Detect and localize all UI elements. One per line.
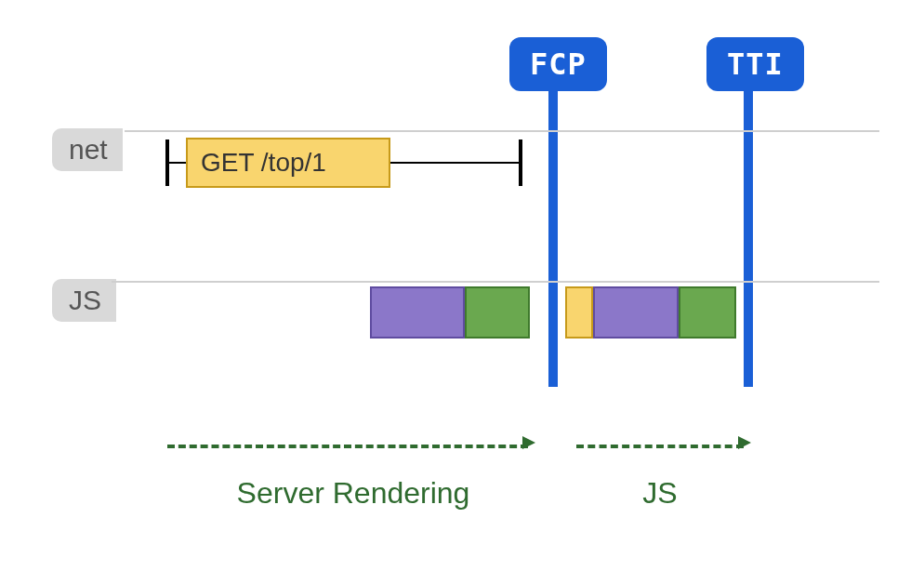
net-request-label: GET /top/1 — [201, 148, 326, 178]
phase-arrowhead-server — [522, 436, 535, 449]
net-wait-end-line — [390, 162, 521, 164]
row-label-js: JS — [52, 279, 116, 322]
js-block-green-2 — [679, 286, 736, 339]
js-block-purple-1 — [370, 286, 465, 339]
js-block-green-1 — [465, 286, 530, 339]
row-label-net: net — [52, 128, 123, 171]
rendering-timeline-diagram: FCP TTI net GET /top/1 JS Server Renderi… — [0, 0, 924, 571]
net-request-bar: GET /top/1 — [186, 138, 390, 188]
js-block-purple-2 — [593, 286, 679, 339]
phase-label-js: JS — [632, 476, 688, 511]
js-block-yellow — [565, 286, 593, 339]
tti-badge: TTI — [706, 37, 804, 91]
net-wait-end-cap — [519, 139, 522, 186]
fcp-badge: FCP — [509, 37, 607, 91]
net-wait-start-line — [165, 162, 188, 164]
tti-marker-line — [744, 89, 753, 387]
fcp-marker-line — [548, 89, 558, 387]
phase-arrowhead-js — [738, 436, 751, 449]
row-baseline-net — [125, 130, 879, 132]
phase-label-server: Server Rendering — [214, 476, 493, 511]
row-baseline-js — [112, 281, 879, 283]
phase-arrow-js — [576, 445, 744, 448]
phase-arrow-server — [167, 445, 528, 448]
